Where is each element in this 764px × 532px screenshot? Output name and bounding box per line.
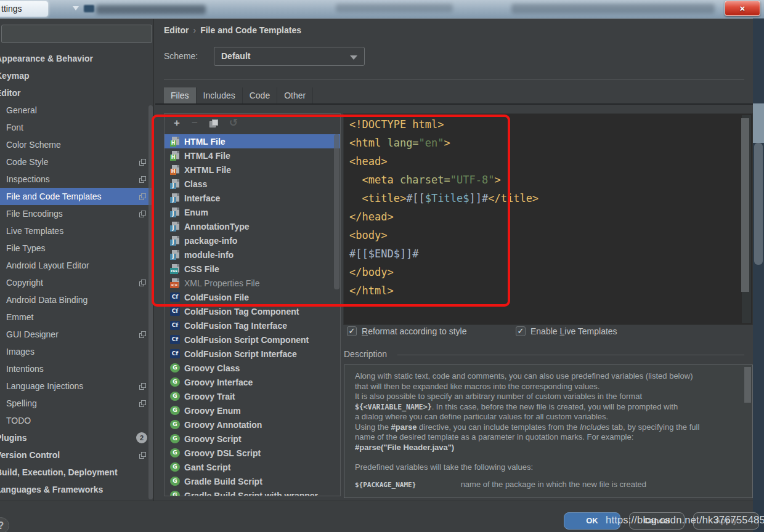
sidebar-item-file-encodings[interactable]: File Encodings [0,205,154,222]
template-row-html-file[interactable]: HHTML File [165,134,340,148]
reformat-checkbox[interactable]: ✓ Reformat according to style [347,326,466,336]
background-strip-highlight [753,103,764,143]
tab-other[interactable]: Other [277,87,313,103]
sidebar-item-android-layout-editor[interactable]: Android Layout Editor [0,257,154,274]
code-token: <meta [349,174,400,186]
template-row-annotationtype[interactable]: JAnnotationType [165,219,340,233]
sidebar-item-language-injections[interactable]: Language Injections [0,377,154,395]
template-label: ColdFusion Script Component [184,335,309,345]
sidebar-item-code-style[interactable]: Code Style [0,153,154,171]
editor-scrollbar-thumb[interactable] [741,118,749,292]
groovy-file-icon: G [170,477,180,486]
copy-template-icon[interactable] [209,119,217,127]
tab-includes[interactable]: Includes [197,87,243,103]
template-row-gradle-build-script[interactable]: GGradle Build Script [165,474,340,488]
template-row-groovy-trait[interactable]: GGroovy Trait [165,389,340,403]
template-row-gradle-build-script-with-wrapper[interactable]: GGradle Build Script with wrapper [165,488,340,496]
sidebar-item-label: Language Injections [6,381,83,391]
template-list-toolbar: + − ↺ [165,114,340,132]
description-panel: Along with static text, code and comment… [344,365,753,498]
template-row-package-info[interactable]: Jpackage-info [165,233,340,248]
template-row-coldfusion-script-interface[interactable]: CfColdFusion Script Interface [165,347,340,361]
template-row-groovy-enum[interactable]: GGroovy Enum [165,403,340,417]
template-row-coldfusion-file[interactable]: CfColdFusion File [165,290,340,304]
template-row-gant-script[interactable]: GGant Script [165,460,340,474]
groovy-file-icon: G [170,406,180,415]
revert-template-icon[interactable]: ↺ [229,117,238,129]
tab-files[interactable]: Files [164,87,197,103]
sidebar-item-emmet[interactable]: Emmet [0,308,154,326]
sidebar-item-general[interactable]: General [0,102,154,119]
template-row-class[interactable]: JClass [165,177,340,191]
sidebar-item-editor[interactable]: Editor [0,84,154,102]
sidebar-item-intentions[interactable]: Intentions [0,360,154,377]
sidebar-item-color-scheme[interactable]: Color Scheme [0,136,154,153]
description-divider [397,355,744,355]
watermark-text: https://blog.csdn.net/hk376755485 [606,514,764,526]
sidebar-item-languages-frameworks[interactable]: Languages & Frameworks [0,481,154,498]
sidebar-scrollbar[interactable] [148,105,153,499]
template-row-coldfusion-tag-component[interactable]: CfColdFusion Tag Component [165,304,340,318]
template-row-xml-properties-file[interactable]: <>XML Properties File [165,276,340,290]
sidebar-item-spelling[interactable]: Spelling [0,395,154,412]
settings-search-input[interactable] [1,25,152,43]
code-token: </body> [349,266,394,278]
tab-code[interactable]: Code [243,87,277,103]
template-row-groovy-script[interactable]: GGroovy Script [165,432,340,446]
template-row-groovy-dsl-script[interactable]: GGroovy DSL Script [165,446,340,460]
sidebar-item-android-data-binding[interactable]: Android Data Binding [0,291,154,308]
shared-settings-icon [139,280,146,286]
code-token: $Title$ [425,192,469,204]
sidebar-item-appearance-behavior[interactable]: Appearance & Behavior [0,50,154,67]
sidebar-item-inspections[interactable]: Inspections [0,171,154,188]
enable-live-templates-checkbox[interactable]: ✓ Enable Live Templates [516,326,617,336]
help-button[interactable]: ? [0,517,9,532]
checkbox-checked-icon: ✓ [516,326,526,336]
sidebar-item-plugins[interactable]: Plugins2 [0,429,154,446]
remove-template-button[interactable]: − [192,117,198,129]
template-row-coldfusion-script-component[interactable]: CfColdFusion Script Component [165,332,340,347]
template-row-html4-file[interactable]: HHTML4 File [165,148,340,163]
add-template-button[interactable]: + [174,117,180,129]
template-row-groovy-annotation[interactable]: GGroovy Annotation [165,417,340,432]
breadcrumb-segment[interactable]: Editor [164,25,189,35]
template-code: <!DOCTYPE html><html lang="en"><head> <m… [349,115,538,300]
template-row-interface[interactable]: JInterface [165,191,340,205]
sidebar-item-gui-designer[interactable]: GUI Designer [0,326,154,343]
template-editor[interactable]: <!DOCTYPE html><html lang="en"><head> <m… [343,113,753,325]
xhtml-file-icon: H [170,165,180,175]
editor-scrollbar-track[interactable] [742,115,751,323]
sidebar-item-build-execution-deployment[interactable]: Build, Execution, Deployment [0,464,154,481]
code-line: <title>#[[$Title$]]#</title> [349,189,538,208]
sidebar-item-file-types[interactable]: File Types [0,240,154,257]
sidebar-item-live-templates[interactable]: Live Templates [0,222,154,240]
help-icon: ? [0,520,4,531]
template-label: package-info [184,236,237,246]
sidebar-item-keymap[interactable]: Keymap [0,67,154,84]
template-row-module-info[interactable]: Jmodule-info [165,248,340,262]
template-list-scrollbar[interactable] [334,134,339,289]
description-scrollbar[interactable] [744,367,751,403]
template-row-css-file[interactable]: cssCSS File [165,262,340,276]
scheme-dropdown[interactable]: Default [214,47,365,66]
breadcrumb-segment[interactable]: File and Code Templates [200,25,301,35]
template-row-xhtml-file[interactable]: HXHTML File [165,163,340,177]
sidebar-item-font[interactable]: Font [0,119,154,136]
template-row-coldfusion-tag-interface[interactable]: CfColdFusion Tag Interface [165,318,340,332]
background-text-blob [96,5,206,14]
code-token: > [444,137,450,149]
code-token: <body> [349,229,387,241]
template-label: HTML4 File [184,151,230,161]
sidebar-item-todo[interactable]: TODO [0,412,154,429]
sidebar-item-version-control[interactable]: Version Control [0,446,154,464]
close-button[interactable]: × [725,1,760,16]
template-row-enum[interactable]: JEnum [165,205,340,219]
sidebar-item-copyright[interactable]: Copyright [0,274,154,291]
template-label: ColdFusion File [184,292,249,302]
sidebar-item-images[interactable]: Images [0,343,154,360]
sidebar-item-file-and-code-templates[interactable]: File and Code Templates [0,188,154,205]
java-file-icon: J [170,179,180,189]
template-row-groovy-interface[interactable]: GGroovy Interface [165,375,340,389]
template-row-groovy-class[interactable]: GGroovy Class [165,361,340,375]
shared-settings-icon [139,193,146,200]
